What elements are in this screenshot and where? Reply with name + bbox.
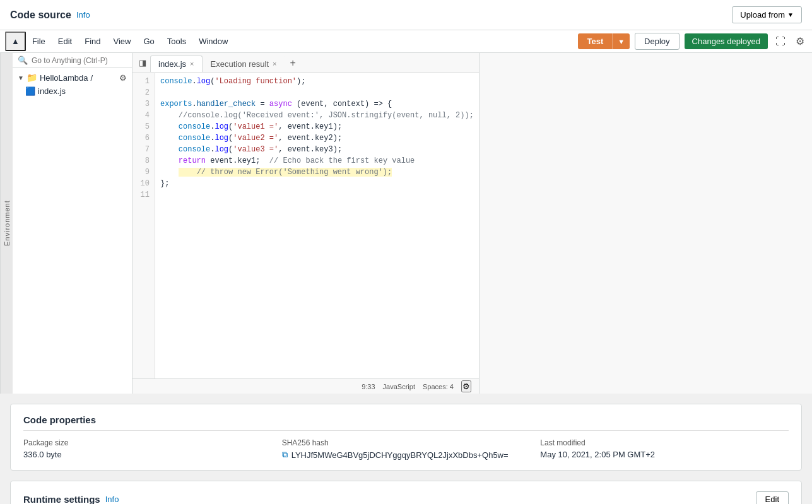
package-size-label: Package size bbox=[23, 438, 272, 447]
tab-bar: ◨ index.js × Execution result × + bbox=[132, 53, 479, 73]
test-button-group: Test ▼ bbox=[578, 33, 630, 49]
tab-indexjs-close[interactable]: × bbox=[190, 60, 194, 67]
search-icon: 🔍 bbox=[18, 56, 28, 65]
collapse-button[interactable]: ▲ bbox=[5, 32, 26, 51]
tab-execution-result[interactable]: Execution result × bbox=[203, 56, 285, 72]
sha256-prop: SHA256 hash ⧉ LYHJf5MWeG4BVg5jDCHYggqyBR… bbox=[282, 438, 531, 460]
language-mode: JavaScript bbox=[383, 383, 415, 390]
menu-go[interactable]: Go bbox=[137, 33, 160, 50]
runtime-info-link[interactable]: Info bbox=[105, 495, 119, 504]
last-modified-prop: Last modified May 10, 2021, 2:05 PM GMT+… bbox=[540, 438, 789, 460]
menu-find[interactable]: Find bbox=[78, 33, 107, 50]
toolbar-right: Test ▼ Deploy Changes deployed ⛶ ⚙ bbox=[578, 33, 807, 50]
changes-deployed-badge: Changes deployed bbox=[685, 33, 768, 49]
menu-bar-left: ▲ File Edit Find View Go Tools Window bbox=[5, 32, 578, 51]
folder-gear-icon[interactable]: ⚙ bbox=[119, 73, 127, 83]
folder-name: HelloLambda bbox=[40, 73, 88, 83]
tab-add-button[interactable]: + bbox=[285, 55, 300, 71]
code-editor[interactable]: 12345 67891011 console.log('Loading func… bbox=[132, 73, 479, 378]
file-name: index.js bbox=[38, 86, 66, 96]
test-dropdown-button[interactable]: ▼ bbox=[612, 33, 630, 49]
tab-execution-close[interactable]: × bbox=[273, 60, 276, 67]
file-tree: ▼ 📁 HelloLambda / ⚙ 🟦 index.js bbox=[13, 68, 132, 100]
code-properties-title: Code properties bbox=[23, 414, 789, 431]
runtime-header-left: Runtime settings Info bbox=[23, 494, 119, 504]
copy-icon[interactable]: ⧉ bbox=[282, 450, 288, 460]
tab-execution-label: Execution result bbox=[211, 59, 269, 69]
spaces-setting: Spaces: 4 bbox=[423, 383, 454, 390]
menu-file[interactable]: File bbox=[26, 33, 52, 50]
menu-tools[interactable]: Tools bbox=[161, 33, 192, 50]
environment-tab[interactable]: Environment bbox=[0, 53, 13, 394]
code-properties-section: Code properties Package size 336.0 byte … bbox=[10, 404, 802, 471]
cursor-position: 9:33 bbox=[362, 383, 375, 390]
header-info-link[interactable]: Info bbox=[76, 10, 90, 20]
right-panel bbox=[480, 53, 812, 394]
line-numbers: 12345 67891011 bbox=[132, 73, 155, 378]
sha256-label: SHA256 hash bbox=[282, 438, 531, 447]
runtime-settings-title: Runtime settings bbox=[23, 494, 100, 504]
runtime-edit-button[interactable]: Edit bbox=[756, 491, 789, 504]
settings-button[interactable]: ⚙ bbox=[793, 33, 807, 50]
file-explorer-sidebar: 🔍 ▼ 📁 HelloLambda / ⚙ 🟦 index.js bbox=[13, 53, 132, 394]
folder-icon: 📁 bbox=[26, 73, 37, 83]
menu-window[interactable]: Window bbox=[192, 33, 234, 50]
status-bar: 9:33 JavaScript Spaces: 4 ⚙ bbox=[132, 378, 479, 394]
editor-panel: ◨ index.js × Execution result × + 12345 … bbox=[132, 53, 480, 394]
upload-from-button[interactable]: Upload from ▼ bbox=[732, 6, 802, 23]
folder-arrow-icon: ▼ bbox=[18, 74, 24, 81]
package-size-prop: Package size 336.0 byte bbox=[23, 438, 272, 460]
tab-collapse-icon[interactable]: ◨ bbox=[135, 56, 150, 70]
code-content[interactable]: console.log('Loading function'); exports… bbox=[155, 73, 479, 378]
tab-indexjs-label: index.js bbox=[158, 59, 186, 69]
sha256-value: ⧉ LYHJf5MWeG4BVg5jDCHYggqyBRYQL2JjxXbDbs… bbox=[282, 450, 531, 460]
search-input[interactable] bbox=[32, 56, 127, 65]
code-properties-grid: Package size 336.0 byte SHA256 hash ⧉ LY… bbox=[23, 438, 789, 460]
file-item[interactable]: 🟦 index.js bbox=[13, 85, 132, 98]
top-header: Code source Info Upload from ▼ bbox=[0, 0, 812, 30]
menu-bar: ▲ File Edit Find View Go Tools Window Te… bbox=[0, 30, 812, 53]
last-modified-label: Last modified bbox=[540, 438, 789, 447]
folder-path: / bbox=[91, 73, 93, 83]
runtime-settings-header: Runtime settings Info Edit bbox=[23, 491, 789, 504]
last-modified-value: May 10, 2021, 2:05 PM GMT+2 bbox=[540, 450, 789, 459]
fullscreen-button[interactable]: ⛶ bbox=[773, 33, 788, 50]
page-title: Code source bbox=[10, 9, 71, 21]
upload-caret-icon: ▼ bbox=[787, 11, 794, 18]
header-left: Code source Info bbox=[10, 9, 90, 21]
search-bar: 🔍 bbox=[13, 53, 132, 68]
js-file-icon: 🟦 bbox=[25, 86, 35, 96]
menu-edit[interactable]: Edit bbox=[52, 33, 78, 50]
runtime-settings-section: Runtime settings Info Edit Runtime Node.… bbox=[10, 481, 802, 504]
folder-item[interactable]: ▼ 📁 HelloLambda / ⚙ bbox=[13, 71, 132, 85]
tab-indexjs[interactable]: index.js × bbox=[150, 56, 203, 72]
package-size-value: 336.0 byte bbox=[23, 450, 272, 459]
bottom-section: Code properties Package size 336.0 byte … bbox=[0, 404, 812, 504]
editor-area: Environment 🔍 ▼ 📁 HelloLambda / ⚙ 🟦 inde… bbox=[0, 53, 812, 394]
editor-settings-icon[interactable]: ⚙ bbox=[461, 380, 471, 392]
menu-view[interactable]: View bbox=[107, 33, 138, 50]
test-button[interactable]: Test bbox=[578, 33, 612, 49]
deploy-button[interactable]: Deploy bbox=[635, 33, 679, 50]
